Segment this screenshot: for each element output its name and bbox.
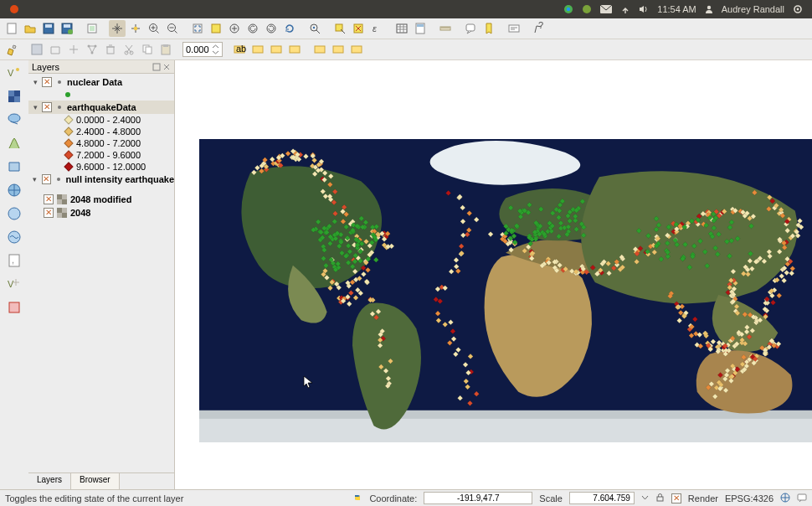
refresh-button[interactable] [281, 20, 298, 37]
new-project-button[interactable] [3, 20, 20, 37]
layer-row-raster2[interactable]: 2048 [28, 206, 174, 219]
clock[interactable]: 11:54 AM [657, 4, 696, 14]
label-btn-4[interactable] [286, 41, 303, 58]
node-tool-button[interactable] [84, 41, 100, 58]
render-label: Render [688, 493, 718, 503]
add-raster-button[interactable] [5, 87, 23, 106]
map-canvas[interactable] [199, 139, 812, 442]
zoom-layer-button[interactable] [226, 20, 243, 37]
measure-button[interactable] [437, 20, 454, 37]
remove-layer-button[interactable] [5, 298, 23, 317]
tab-layers[interactable]: Layers [28, 473, 71, 489]
layer-checkbox[interactable] [44, 194, 54, 204]
layers-tree[interactable]: ▾ nuclear Data ▾ earthquakeData 0.0000 -… [28, 74, 174, 472]
save-button[interactable] [40, 20, 57, 37]
svg-rect-188 [353, 295, 358, 300]
crs-icon[interactable] [780, 493, 790, 504]
layer-row-earthquake[interactable]: ▾ earthquakeData [28, 101, 174, 114]
layer-row-nullintensity[interactable]: ▾ null intensity earthquake [28, 173, 174, 186]
layer-checkbox[interactable] [42, 77, 52, 87]
layer-checkbox[interactable] [42, 102, 52, 112]
map-tips-button[interactable] [462, 20, 479, 37]
copy-button[interactable] [139, 41, 156, 58]
paste-button[interactable] [157, 41, 174, 58]
lock-icon[interactable] [655, 493, 665, 503]
zoom-last-button[interactable] [244, 20, 261, 37]
add-delimited-button[interactable]: , [5, 251, 23, 270]
gear-icon[interactable] [793, 4, 803, 14]
help-button[interactable]: ? [531, 20, 547, 37]
add-feature-button[interactable] [47, 41, 64, 58]
render-checkbox[interactable] [671, 493, 681, 503]
zoom-full-button[interactable] [189, 20, 206, 37]
expand-icon[interactable]: ▾ [32, 78, 39, 86]
bookmarks-button[interactable] [481, 20, 497, 37]
add-mssql-button[interactable] [5, 157, 23, 176]
zoom-selection-button[interactable] [208, 20, 224, 37]
open-attribute-table-button[interactable] [393, 20, 410, 37]
user-icon[interactable] [705, 5, 713, 13]
expression-select-button[interactable]: ε [368, 20, 385, 37]
add-wcs-button[interactable] [5, 204, 23, 223]
label-btn-2[interactable] [249, 41, 266, 58]
svg-rect-40 [107, 47, 114, 54]
select-button[interactable] [331, 20, 348, 37]
expand-icon[interactable]: ▾ [32, 103, 39, 111]
print-composer-button[interactable] [84, 20, 100, 37]
panel-undock-icon[interactable] [152, 63, 161, 71]
add-wfs-button[interactable] [5, 228, 23, 246]
layer-row-raster1[interactable]: 2048 modified [28, 193, 174, 206]
label-btn-1[interactable]: abc [231, 41, 248, 58]
label-btn-7[interactable] [348, 41, 365, 58]
save-as-button[interactable] [59, 20, 75, 37]
mail-icon[interactable] [600, 5, 612, 13]
svg-rect-242 [435, 311, 440, 316]
toggle-editing-button[interactable] [3, 41, 20, 58]
add-spatialite-button[interactable] [5, 134, 23, 152]
layer-checkbox[interactable] [42, 174, 51, 184]
layer-checkbox[interactable] [44, 208, 54, 218]
move-feature-button[interactable] [65, 41, 82, 58]
chrome-icon[interactable] [563, 4, 573, 14]
pan-to-selection-button[interactable] [127, 20, 144, 37]
zoom-next-button[interactable] [263, 20, 280, 37]
username[interactable]: Audrey Randall [722, 4, 784, 14]
coord-field[interactable] [424, 492, 532, 504]
python-icon[interactable] [352, 493, 362, 504]
volume-icon[interactable] [639, 4, 649, 14]
zoom-in-button[interactable] [146, 20, 162, 37]
text-annotation-button[interactable] [506, 20, 522, 37]
network-icon[interactable] [620, 4, 630, 14]
expand-icon[interactable]: ▾ [32, 175, 39, 183]
save-edits-button[interactable] [28, 41, 45, 58]
panel-close-icon[interactable] [162, 63, 171, 71]
delete-selected-button[interactable] [102, 41, 119, 58]
app-menu-icon[interactable] [9, 4, 19, 14]
updates-icon[interactable] [582, 4, 592, 14]
cut-button[interactable] [121, 41, 137, 58]
svg-rect-59 [14, 96, 20, 102]
add-postgis-button[interactable] [5, 111, 23, 129]
add-vector-button[interactable]: V [5, 64, 23, 82]
scale-field[interactable] [569, 492, 635, 504]
new-vector-button[interactable]: V [5, 275, 23, 293]
messages-icon[interactable] [797, 493, 807, 504]
svg-point-62 [8, 208, 20, 219]
system-menubar: 11:54 AM Audrey Randall [0, 0, 812, 18]
zoom-out-button[interactable] [164, 20, 181, 37]
add-wms-button[interactable] [5, 181, 23, 199]
scale-dropdown-icon[interactable] [641, 493, 649, 503]
label-btn-6[interactable] [330, 41, 347, 58]
offset-spin[interactable]: 0.000 [182, 42, 223, 57]
deselect-button[interactable] [350, 20, 367, 37]
label-btn-3[interactable] [268, 41, 285, 58]
field-calc-button[interactable] [412, 20, 429, 37]
crs-label[interactable]: EPSG:4326 [725, 493, 773, 503]
identify-button[interactable] [306, 20, 323, 37]
pan-button[interactable] [109, 20, 126, 37]
tab-browser[interactable]: Browser [71, 473, 120, 489]
layer-name: 2048 modified [70, 194, 131, 204]
layer-row-nuclear[interactable]: ▾ nuclear Data [28, 75, 174, 89]
label-btn-5[interactable] [311, 41, 328, 58]
open-project-button[interactable] [22, 20, 39, 37]
